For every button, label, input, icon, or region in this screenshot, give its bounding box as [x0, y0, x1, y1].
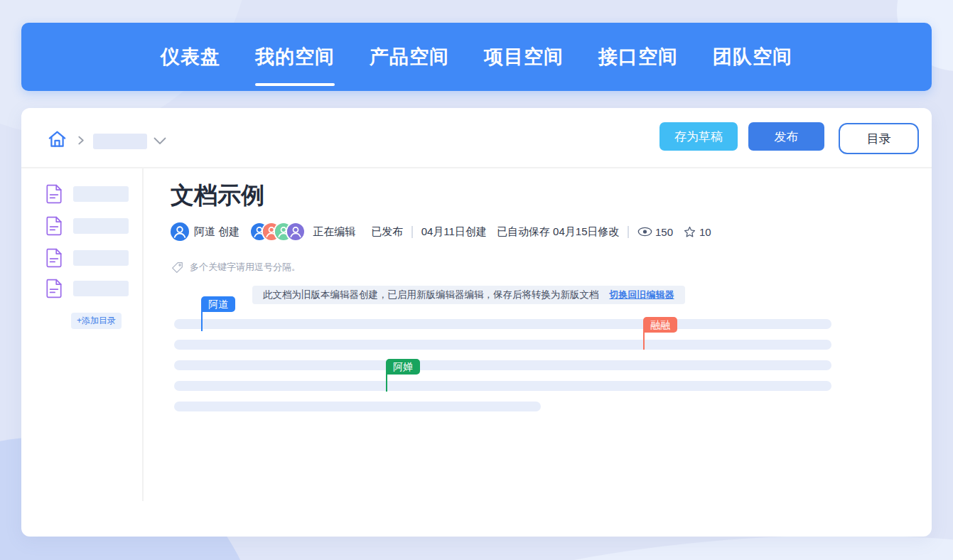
nav-tab-api-space[interactable]: 接口空间 [598, 23, 678, 91]
header-divider [21, 167, 932, 168]
notice-text: 此文档为旧版本编辑器创建，已启用新版编辑器编辑，保存后将转换为新版文档 [263, 289, 599, 301]
home-icon[interactable] [48, 129, 67, 149]
content-placeholder-line [174, 340, 831, 350]
sidebar-doc-item[interactable] [45, 248, 129, 268]
editing-avatars [249, 222, 306, 242]
doc-title-placeholder [73, 281, 129, 296]
nav-tab-label: 接口空间 [598, 44, 678, 70]
document-icon [45, 248, 63, 268]
sidebar-doc-item[interactable] [45, 216, 129, 236]
document-icon [45, 216, 63, 236]
created-date: 04月11日创建 [421, 225, 487, 239]
star-count-value: 10 [699, 226, 711, 238]
tag-icon [171, 262, 183, 274]
content-placeholder-line [174, 319, 831, 329]
collab-cursor-caret [643, 332, 645, 350]
nav-tab-label: 项目空间 [484, 44, 564, 70]
collab-cursor-label: 融融 [643, 317, 677, 333]
top-navbar: 仪表盘 我的空间 产品空间 项目空间 接口空间 团队空间 [21, 23, 932, 91]
sidebar-divider [142, 168, 144, 501]
chevron-down-icon [154, 137, 166, 145]
doc-title-placeholder [73, 218, 129, 234]
collab-cursor-caret [386, 374, 387, 392]
document-panel: 存为草稿 发布 目录 [21, 108, 932, 537]
nav-tab-label: 仪表盘 [161, 44, 220, 70]
nav-tab-product-space[interactable]: 产品空间 [370, 23, 449, 91]
modified-date: 已自动保存 04月15日修改 [497, 225, 620, 239]
active-tab-underline [255, 83, 335, 86]
creator-avatar [171, 222, 189, 241]
breadcrumb-page-selector[interactable] [93, 134, 147, 149]
nav-tab-label: 我的空间 [255, 44, 335, 70]
collab-cursor-label: 阿道 [201, 296, 235, 312]
toc-button[interactable]: 目录 [839, 123, 919, 154]
publish-status-badge: 已发布 [371, 225, 403, 239]
nav-tab-project-space[interactable]: 项目空间 [484, 23, 564, 91]
editor-notice-banner: 此文档为旧版本编辑器创建，已启用新版编辑器编辑，保存后将转换为新版文档 切换回旧… [252, 286, 685, 304]
collaborator-avatar [286, 222, 306, 242]
content-placeholder-line [174, 360, 831, 370]
add-toc-button[interactable]: +添加目录 [71, 313, 122, 329]
star-icon [683, 225, 696, 239]
page-title: 文档示例 [171, 180, 264, 212]
nav-tab-dashboard[interactable]: 仪表盘 [161, 23, 220, 91]
creator-label: 阿道 创建 [194, 225, 239, 239]
nav-tab-label: 团队空间 [713, 44, 792, 70]
doc-title-placeholder [73, 186, 129, 202]
doc-title-placeholder [73, 250, 129, 266]
keywords-input[interactable]: 多个关键字请用逗号分隔。 [171, 261, 301, 274]
content-placeholder-line [174, 402, 541, 411]
meta-separator [411, 226, 413, 238]
nav-tab-team-space[interactable]: 团队空间 [713, 23, 792, 91]
sidebar-doc-item[interactable] [45, 184, 129, 204]
chevron-right-icon [76, 136, 85, 145]
publish-button[interactable]: 发布 [748, 122, 824, 151]
meta-separator [628, 226, 629, 238]
view-count-value: 150 [655, 226, 673, 238]
nav-tab-my-space[interactable]: 我的空间 [255, 23, 335, 91]
keywords-placeholder: 多个关键字请用逗号分隔。 [190, 261, 301, 274]
save-draft-button[interactable]: 存为草稿 [659, 122, 738, 151]
content-placeholder-line [174, 381, 831, 391]
nav-tab-label: 产品空间 [370, 44, 449, 70]
document-icon [45, 184, 63, 204]
switch-old-editor-link[interactable]: 切换回旧编辑器 [610, 289, 674, 301]
view-count: 150 [637, 226, 673, 238]
collab-cursor-caret [201, 312, 203, 331]
sidebar-doc-item[interactable] [45, 279, 129, 298]
document-meta-row: 阿道 创建 正在编辑 已发布 04月11日创建 已自动保存 04月15日修改 [171, 222, 711, 242]
editing-status: 正在编辑 [313, 225, 355, 239]
collab-cursor-label: 阿婵 [386, 359, 420, 375]
star-count[interactable]: 10 [683, 225, 711, 239]
eye-icon [637, 227, 652, 237]
document-icon [45, 279, 63, 298]
